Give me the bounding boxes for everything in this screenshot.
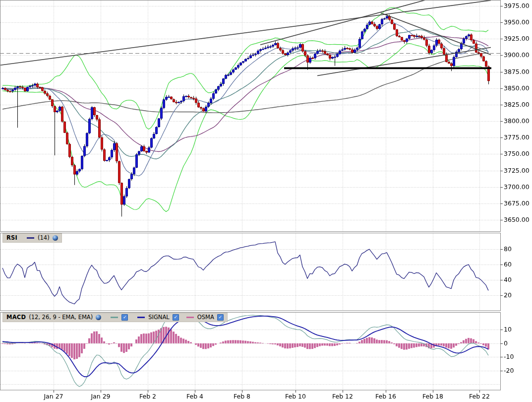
rsi-param-label: (14) [38,234,50,241]
signal-visibility-checkbox[interactable]: ✓ [173,314,179,321]
rsi-title: RSI [6,234,17,241]
macd-line-swatch-icon [111,317,118,318]
rsi-tick-label: 40 [504,276,512,283]
macd-tick-label: 10 [504,326,512,333]
date-tick-label: Feb 22 [469,393,490,400]
price-tick-label: 3850.00 [504,84,530,92]
macd-visibility-checkbox[interactable]: ✓ [121,314,128,321]
chart-canvas[interactable] [0,0,532,402]
date-tick-label: Feb 16 [375,393,396,400]
macd-tick-label: -10 [504,353,514,360]
date-tick-label: Feb 8 [234,393,250,400]
date-tick-label: Feb 12 [332,393,353,400]
date-tick-label: Feb 18 [422,393,443,400]
date-tick-label: Feb 10 [285,393,306,400]
osma-label: OSMA [197,314,214,321]
globe-icon[interactable] [96,315,101,320]
price-tick-label: 3875.00 [504,68,530,75]
price-tick-label: 3775.00 [504,134,530,141]
chart-window: 3975.003950.003925.003900.003875.003850.… [0,0,532,402]
date-tick-label: Feb 4 [186,393,203,400]
price-tick-label: 3800.00 [504,117,530,125]
macd-indicator-header[interactable]: MACD (12, 26, 9 - EMA, EMA) ✓ SIGNAL ✓ O… [2,313,228,322]
rsi-line-swatch-icon [27,237,34,239]
price-tick-label: 3825.00 [504,101,530,108]
price-tick-label: 3700.00 [504,183,530,191]
price-tick-label: 3950.00 [504,18,530,26]
osma-visibility-checkbox[interactable]: ✓ [217,314,224,321]
price-tick-label: 3750.00 [504,150,530,157]
price-tick-label: 3925.00 [504,35,530,42]
rsi-tick-label: 20 [504,291,512,299]
macd-tick-label: -20 [504,367,514,374]
price-tick-label: 3900.00 [504,51,530,59]
price-tick-label: 3675.00 [504,200,530,207]
date-tick-label: Jan 27 [44,393,63,400]
price-tick-label: 3725.00 [504,167,530,174]
macd-title: MACD [6,314,26,321]
globe-icon[interactable] [53,235,58,241]
signal-line-swatch-icon [137,317,145,318]
signal-label: SIGNAL [148,314,169,321]
rsi-indicator-header[interactable]: RSI (14) [2,233,62,243]
date-tick-label: Jan 29 [91,393,110,400]
macd-param-label: (12, 26, 9 - EMA, EMA) [29,314,93,321]
osma-swatch-icon [186,317,194,318]
macd-tick-label: 0 [504,339,508,347]
rsi-tick-label: 80 [504,245,512,253]
price-tick-label: 3975.00 [504,2,530,9]
date-tick-label: Feb 2 [139,393,156,400]
price-tick-label: 3650.00 [504,216,530,223]
rsi-tick-label: 60 [504,261,512,268]
